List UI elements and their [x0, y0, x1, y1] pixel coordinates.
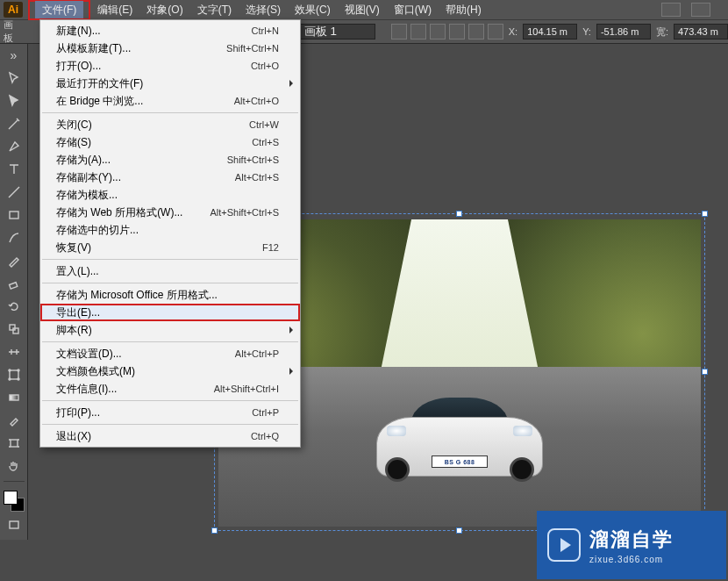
selection-handle[interactable] [456, 211, 462, 217]
delete-artboard-icon[interactable] [449, 24, 465, 39]
selection-handle[interactable] [702, 211, 708, 217]
menu-edit[interactable]: 编辑(E) [90, 0, 139, 20]
menuitem-新建n[interactable]: 新建(N)...Ctrl+N [40, 22, 300, 39]
menu-select[interactable]: 选择(S) [239, 0, 288, 20]
artboard-options-icon[interactable] [468, 24, 484, 39]
menuitem-打印p[interactable]: 打印(P)...Ctrl+P [40, 404, 300, 421]
menuitem-退出x[interactable]: 退出(X)Ctrl+Q [40, 427, 300, 445]
menuitem-置入l[interactable]: 置入(L)... [40, 262, 300, 280]
menuitem-存储s[interactable]: 存储(S)Ctrl+S [40, 133, 300, 151]
artboard-name-input[interactable] [300, 24, 375, 39]
menu-view[interactable]: 视图(V) [338, 0, 387, 20]
menu-object[interactable]: 对象(O) [139, 0, 189, 20]
svg-point-7 [9, 378, 11, 380]
menu-separator [42, 112, 298, 113]
menu-effect[interactable]: 效果(C) [288, 0, 338, 20]
menuitem-从模板新建t[interactable]: 从模板新建(T)...Shift+Ctrl+N [40, 39, 300, 57]
menuitem-存储选中的切片[interactable]: 存储选中的切片... [40, 221, 300, 239]
image-car: BS G 688 [376, 398, 543, 477]
menuitem-label: 存储(S) [56, 135, 252, 150]
menu-separator [42, 424, 298, 425]
menuitem-label: 脚本(R) [56, 323, 279, 338]
selection-tool[interactable] [3, 68, 25, 88]
workspace-switcher-icon[interactable] [691, 3, 710, 17]
menu-help[interactable]: 帮助(H) [439, 0, 489, 20]
menuitem-关闭c[interactable]: 关闭(C)Ctrl+W [40, 116, 300, 133]
selection-handle[interactable] [702, 369, 708, 375]
menuitem-文件信息i[interactable]: 文件信息(I)...Alt+Shift+Ctrl+I [40, 380, 300, 398]
menuitem-最近打开的文件f[interactable]: 最近打开的文件(F) [40, 75, 300, 92]
menuitem-存储为a[interactable]: 存储为(A)...Shift+Ctrl+S [40, 151, 300, 169]
file-menu-dropdown: 新建(N)...Ctrl+N从模板新建(T)...Shift+Ctrl+N打开(… [39, 19, 301, 448]
svg-rect-4 [10, 370, 18, 379]
menu-separator [42, 341, 298, 342]
menuitem-恢复v[interactable]: 恢复(V)F12 [40, 239, 300, 256]
submenu-arrow-icon [289, 80, 293, 87]
license-plate: BS G 688 [432, 455, 488, 468]
menuitem-shortcut: Ctrl+N [252, 25, 279, 36]
menuitem-shortcut: Alt+Shift+Ctrl+I [214, 384, 279, 394]
menuitem-存储副本y[interactable]: 存储副本(Y)...Alt+Ctrl+S [40, 169, 300, 186]
menuitem-文档颜色模式m[interactable]: 文档颜色模式(M) [40, 362, 300, 380]
selection-handle[interactable] [456, 527, 462, 534]
svg-rect-3 [13, 328, 18, 334]
menu-type[interactable]: 文字(T) [190, 0, 239, 20]
screen-mode-icon[interactable] [3, 515, 25, 534]
artboard-tool[interactable] [3, 434, 25, 453]
menuitem-文档设置d[interactable]: 文档设置(D)...Alt+Ctrl+P [40, 345, 300, 362]
paintbrush-tool[interactable] [3, 228, 25, 247]
menuitem-存储为-microsoft-office-所用格式[interactable]: 存储为 Microsoft Office 所用格式... [40, 286, 300, 304]
hand-tool[interactable] [3, 456, 25, 476]
menuitem-shortcut: F12 [262, 242, 279, 253]
rectangle-tool[interactable] [3, 205, 25, 225]
magic-wand-tool[interactable] [3, 114, 25, 133]
menuitem-shortcut: Alt+Ctrl+O [234, 96, 279, 106]
submenu-arrow-icon [289, 368, 293, 375]
eraser-tool[interactable] [3, 274, 25, 293]
w-label: 宽: [656, 25, 668, 39]
menuitem-label: 存储为 Web 所用格式(W)... [56, 205, 210, 220]
type-tool[interactable] [3, 160, 25, 179]
w-input[interactable] [674, 24, 728, 39]
rotate-tool[interactable] [3, 297, 25, 316]
pencil-tool[interactable] [3, 251, 25, 270]
menuitem-label: 存储为模板... [56, 188, 279, 203]
layout-mode-icon[interactable] [661, 3, 681, 17]
tab-handle-icon[interactable]: » [3, 46, 25, 65]
gradient-tool[interactable] [3, 388, 25, 407]
menuitem-存储为模板[interactable]: 存储为模板... [40, 186, 300, 204]
width-tool[interactable] [3, 342, 25, 362]
menuitem-label: 存储为 Microsoft Office 所用格式... [56, 288, 279, 303]
fg-color-icon[interactable] [4, 491, 18, 505]
menuitem-label: 从模板新建(T)... [56, 41, 226, 56]
pen-tool[interactable] [3, 137, 25, 156]
selection-handle[interactable] [211, 527, 218, 534]
x-input[interactable] [523, 24, 577, 39]
menuitem-label: 置入(L)... [56, 264, 279, 279]
color-swatch[interactable] [4, 491, 25, 512]
free-transform-tool[interactable] [3, 365, 25, 384]
orientation-landscape-icon[interactable] [410, 24, 426, 39]
menuitem-导出e[interactable]: 导出(E)... [40, 304, 300, 321]
menuitem-label: 打印(P)... [56, 405, 252, 420]
scale-tool[interactable] [3, 319, 25, 339]
play-icon [547, 528, 581, 562]
menuitem-在-bridge-中浏览[interactable]: 在 Bridge 中浏览...Alt+Ctrl+O [40, 92, 300, 110]
menuitem-shortcut: Alt+Ctrl+S [235, 172, 279, 183]
menuitem-脚本r[interactable]: 脚本(R) [40, 321, 300, 339]
y-label: Y: [582, 26, 591, 37]
direct-selection-tool[interactable] [3, 91, 25, 111]
line-tool[interactable] [3, 183, 25, 202]
menuitem-存储为-web-所用格式w[interactable]: 存储为 Web 所用格式(W)...Alt+Shift+Ctrl+S [40, 204, 300, 221]
eyedropper-tool[interactable] [3, 411, 25, 430]
y-input[interactable] [596, 24, 651, 39]
menu-separator [42, 259, 298, 260]
menu-window[interactable]: 窗口(W) [387, 0, 439, 20]
menuitem-shortcut: Ctrl+O [251, 61, 279, 71]
menuitem-shortcut: Alt+Shift+Ctrl+S [210, 207, 279, 218]
reference-point-icon[interactable] [488, 24, 503, 39]
new-artboard-icon[interactable] [430, 24, 446, 39]
orientation-portrait-icon[interactable] [391, 24, 407, 39]
menuitem-打开o[interactable]: 打开(O)...Ctrl+O [40, 57, 300, 75]
menu-file[interactable]: 文件(F) [35, 1, 83, 18]
